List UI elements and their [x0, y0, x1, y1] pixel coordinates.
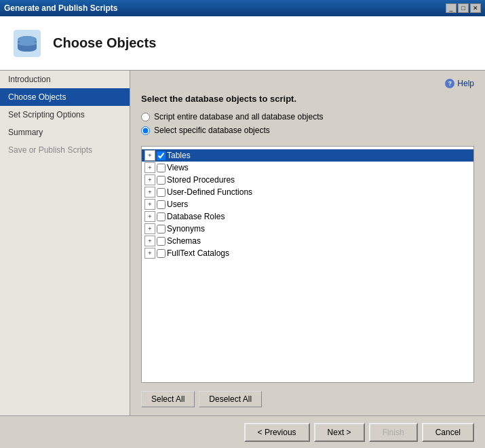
sidebar-item-summary[interactable]: Summary: [0, 124, 130, 141]
content-area: ? Help Select the database objects to sc…: [130, 71, 485, 415]
help-label: Help: [457, 79, 474, 88]
radio-entire-text: Script entire database and all database …: [154, 112, 324, 122]
header-icon: [11, 27, 43, 60]
expand-fulltext-catalogs-button[interactable]: +: [144, 248, 155, 259]
sidebar: Introduction Choose Objects Set Scriptin…: [0, 71, 130, 415]
checkbox-database-roles[interactable]: [157, 212, 166, 221]
maximize-button[interactable]: □: [458, 3, 469, 13]
tree-item-schemas[interactable]: + Schemas: [142, 235, 473, 247]
page-title: Choose Objects: [53, 35, 156, 51]
radio-specific-text: Select specific database objects: [154, 126, 270, 135]
checkbox-views[interactable]: [157, 164, 166, 172]
expand-schemas-button[interactable]: +: [144, 236, 155, 246]
content-header: ? Help: [141, 79, 474, 88]
sidebar-item-save-publish-scripts: Save or Publish Scripts: [0, 141, 130, 159]
tree-item-user-defined-functions[interactable]: + User-Defined Functions: [142, 186, 473, 198]
previous-button[interactable]: < Previous: [244, 423, 310, 442]
tree-label-tables: Tables: [167, 151, 191, 160]
radio-entire-database[interactable]: [141, 113, 150, 122]
checkbox-fulltext-catalogs[interactable]: [157, 249, 166, 258]
tree-label-stored-procedures: Stored Procedures: [167, 175, 235, 185]
tree-item-fulltext-catalogs[interactable]: + FullText Catalogs: [142, 247, 473, 259]
dialog: Choose Objects Introduction Choose Objec…: [0, 16, 485, 448]
tree-item-database-roles[interactable]: + Database Roles: [142, 210, 473, 223]
checkbox-stored-procedures[interactable]: [157, 176, 166, 185]
tree-label-views: Views: [167, 163, 189, 172]
tree-item-stored-procedures[interactable]: + Stored Procedures: [142, 174, 473, 186]
radio-entire-label[interactable]: Script entire database and all database …: [141, 112, 474, 122]
header-area: Choose Objects: [0, 16, 485, 71]
title-bar-text: Generate and Publish Scripts: [4, 3, 117, 13]
radio-specific-objects[interactable]: [141, 126, 150, 135]
close-button[interactable]: ✕: [470, 3, 481, 13]
sidebar-item-introduction[interactable]: Introduction: [0, 71, 130, 88]
footer: < Previous Next > Finish Cancel: [0, 415, 485, 448]
finish-button[interactable]: Finish: [369, 423, 418, 442]
tree-label-synonyms: Synonyms: [167, 224, 205, 234]
minimize-button[interactable]: _: [446, 3, 457, 13]
radio-group: Script entire database and all database …: [141, 112, 474, 139]
checkbox-user-defined-functions[interactable]: [157, 188, 166, 197]
checkbox-users[interactable]: [157, 200, 166, 209]
radio-specific-label[interactable]: Select specific database objects: [141, 126, 474, 135]
tree-label-schemas: Schemas: [167, 236, 201, 246]
help-link[interactable]: ? Help: [445, 79, 474, 88]
title-bar: Generate and Publish Scripts _ □ ✕: [0, 0, 485, 16]
next-button[interactable]: Next >: [314, 423, 365, 442]
title-bar-controls: _ □ ✕: [446, 3, 481, 13]
tree-label-users: Users: [167, 200, 188, 209]
deselect-all-button[interactable]: Deselect All: [199, 391, 262, 407]
body: Introduction Choose Objects Set Scriptin…: [0, 71, 485, 415]
help-icon: ?: [445, 79, 454, 88]
tree-label-fulltext-catalogs: FullText Catalogs: [167, 248, 229, 258]
expand-tables-button[interactable]: +: [144, 150, 155, 161]
svg-point-2: [18, 41, 37, 45]
tree-label-user-defined-functions: User-Defined Functions: [167, 187, 252, 197]
select-all-button[interactable]: Select All: [141, 391, 195, 407]
tree-item-views[interactable]: + Views: [142, 162, 473, 174]
tree-action-buttons: Select All Deselect All: [141, 391, 474, 407]
expand-users-button[interactable]: +: [144, 199, 155, 210]
expand-stored-procedures-button[interactable]: +: [144, 174, 155, 185]
section-title: Select the database objects to script.: [141, 94, 474, 104]
checkbox-tables[interactable]: [157, 151, 166, 160]
tree-item-synonyms[interactable]: + Synonyms: [142, 223, 473, 235]
tree-item-tables[interactable]: + Tables: [142, 149, 473, 162]
sidebar-item-choose-objects[interactable]: Choose Objects: [0, 88, 130, 106]
sidebar-item-set-scripting-options[interactable]: Set Scripting Options: [0, 106, 130, 124]
checkbox-synonyms[interactable]: [157, 225, 166, 234]
tree-item-users[interactable]: + Users: [142, 198, 473, 210]
cancel-button[interactable]: Cancel: [422, 423, 474, 442]
expand-views-button[interactable]: +: [144, 162, 155, 173]
expand-user-defined-functions-button[interactable]: +: [144, 187, 155, 198]
checkbox-schemas[interactable]: [157, 237, 166, 246]
expand-synonyms-button[interactable]: +: [144, 223, 155, 234]
tree-panel[interactable]: + Tables + Views + Stored Procedures +: [141, 146, 474, 383]
expand-database-roles-button[interactable]: +: [144, 211, 155, 222]
tree-label-database-roles: Database Roles: [167, 212, 225, 221]
